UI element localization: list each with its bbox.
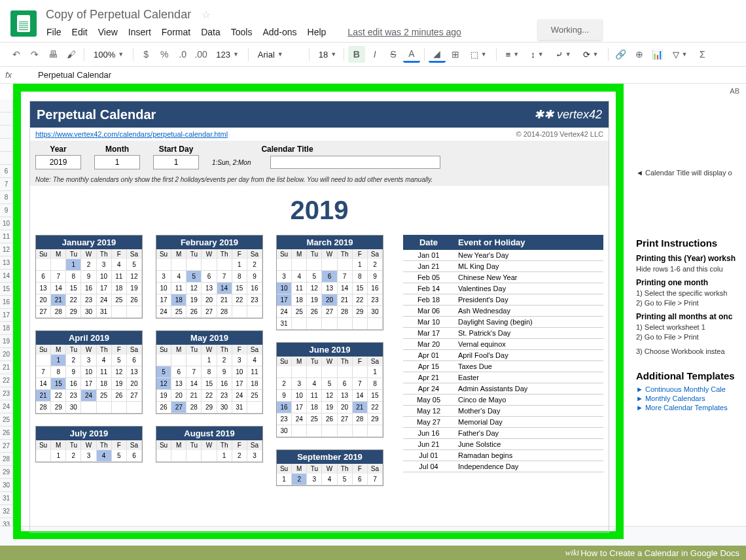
day-cell[interactable]: 1: [66, 259, 81, 271]
day-cell[interactable]: 21: [338, 294, 353, 306]
day-cell[interactable]: 1: [51, 450, 66, 462]
filter-button[interactable]: ▽▼: [667, 48, 693, 61]
day-cell[interactable]: 5: [156, 366, 171, 378]
day-cell[interactable]: 11: [292, 283, 307, 294]
day-cell[interactable]: 16: [217, 378, 232, 390]
day-cell[interactable]: 3: [232, 355, 247, 366]
day-cell[interactable]: [247, 402, 262, 413]
event-row[interactable]: Mar 10Daylight Saving (begin): [403, 317, 603, 328]
day-cell[interactable]: 15: [232, 283, 247, 294]
day-cell[interactable]: [202, 450, 217, 462]
day-cell[interactable]: 21: [186, 390, 202, 402]
day-cell[interactable]: 6: [353, 474, 368, 485]
day-cell[interactable]: 2: [66, 355, 81, 366]
day-cell[interactable]: 10: [277, 283, 292, 294]
day-cell[interactable]: 13: [322, 283, 337, 294]
italic-button[interactable]: I: [366, 46, 383, 63]
undo-button[interactable]: ↶: [8, 46, 25, 63]
day-cell[interactable]: 6: [127, 355, 142, 366]
day-cell[interactable]: 7: [368, 474, 383, 485]
day-cell[interactable]: 19: [307, 294, 322, 306]
row-header[interactable]: [0, 126, 13, 139]
day-cell[interactable]: 8: [51, 366, 66, 378]
day-cell[interactable]: 3: [247, 450, 262, 462]
day-cell[interactable]: 27: [171, 402, 186, 413]
day-cell[interactable]: 11: [112, 271, 127, 283]
day-cell[interactable]: 7: [217, 271, 232, 283]
zoom-select[interactable]: 100%▼: [88, 48, 129, 61]
day-cell[interactable]: 18: [171, 294, 186, 306]
row-header[interactable]: 14: [0, 270, 13, 283]
day-cell[interactable]: 23: [217, 390, 232, 402]
menu-file[interactable]: File: [42, 24, 66, 40]
event-row[interactable]: Jan 21ML King Day: [403, 261, 603, 272]
day-cell[interactable]: 3: [97, 259, 112, 271]
day-cell[interactable]: 9: [217, 366, 232, 378]
day-cell[interactable]: 17: [232, 378, 247, 390]
day-cell[interactable]: [307, 366, 322, 378]
day-cell[interactable]: 19: [127, 283, 142, 294]
row-header[interactable]: 28: [0, 453, 13, 466]
day-cell[interactable]: 25: [112, 294, 127, 306]
day-cell[interactable]: [353, 366, 368, 378]
day-cell[interactable]: 17: [277, 294, 292, 306]
day-cell[interactable]: 11: [171, 283, 186, 294]
day-cell[interactable]: 28: [36, 402, 51, 413]
dec-decrease-button[interactable]: .0: [174, 46, 191, 63]
day-cell[interactable]: 16: [368, 283, 383, 294]
star-icon[interactable]: ☆: [202, 9, 211, 20]
event-row[interactable]: Jun 21June Solstice: [403, 439, 603, 450]
day-cell[interactable]: 26: [127, 294, 142, 306]
day-cell[interactable]: 27: [202, 306, 217, 318]
day-cell[interactable]: [353, 318, 368, 330]
day-cell[interactable]: 26: [307, 306, 322, 318]
row-header[interactable]: 30: [0, 479, 13, 492]
formula-content[interactable]: Perpetual Calendar: [38, 70, 741, 80]
row-header[interactable]: 20: [0, 348, 13, 361]
day-cell[interactable]: 16: [81, 283, 96, 294]
day-cell[interactable]: 18: [307, 402, 322, 413]
day-cell[interactable]: 19: [112, 378, 127, 390]
day-cell[interactable]: 14: [353, 390, 368, 402]
row-header[interactable]: 31: [0, 492, 13, 505]
day-cell[interactable]: [186, 450, 202, 462]
template-link-1[interactable]: ► Continuous Monthly Cale: [636, 385, 741, 393]
day-cell[interactable]: 2: [81, 259, 96, 271]
text-color-button[interactable]: A: [403, 46, 420, 63]
day-cell[interactable]: 22: [232, 294, 247, 306]
print-button[interactable]: 🖶: [44, 46, 62, 63]
event-row[interactable]: Apr 21Easter: [403, 372, 603, 383]
day-cell[interactable]: [292, 318, 307, 330]
day-cell[interactable]: 15: [368, 390, 383, 402]
day-cell[interactable]: 15: [353, 283, 368, 294]
row-header[interactable]: 9: [0, 204, 13, 217]
day-cell[interactable]: 4: [247, 355, 262, 366]
day-cell[interactable]: 22: [66, 294, 81, 306]
paint-format-button[interactable]: 🖌: [63, 46, 80, 63]
day-cell[interactable]: 2: [368, 259, 383, 271]
event-row[interactable]: May 27Memorial Day: [403, 417, 603, 428]
day-cell[interactable]: 11: [247, 366, 262, 378]
day-cell[interactable]: 1: [217, 450, 232, 462]
formula-bar[interactable]: fx Perpetual Calendar: [0, 67, 746, 84]
day-cell[interactable]: 3: [81, 450, 96, 462]
day-cell[interactable]: 20: [36, 294, 51, 306]
day-cell[interactable]: 27: [338, 413, 353, 425]
day-cell[interactable]: 29: [353, 306, 368, 318]
day-cell[interactable]: 15: [51, 378, 66, 390]
day-cell[interactable]: [112, 306, 127, 318]
day-cell[interactable]: [338, 366, 353, 378]
row-header[interactable]: 24: [0, 400, 13, 413]
row-header[interactable]: 19: [0, 335, 13, 348]
row-header[interactable]: 12: [0, 243, 13, 256]
event-row[interactable]: Feb 14Valentines Day: [403, 283, 603, 294]
day-cell[interactable]: [156, 259, 171, 271]
merge-button[interactable]: ⬚▼: [465, 48, 492, 61]
day-cell[interactable]: [277, 366, 292, 378]
event-row[interactable]: Jun 16Father's Day: [403, 428, 603, 439]
day-cell[interactable]: 7: [36, 366, 51, 378]
day-cell[interactable]: 8: [202, 366, 217, 378]
day-cell[interactable]: 21: [353, 402, 368, 413]
day-cell[interactable]: [307, 259, 322, 271]
day-cell[interactable]: 2: [277, 378, 292, 390]
